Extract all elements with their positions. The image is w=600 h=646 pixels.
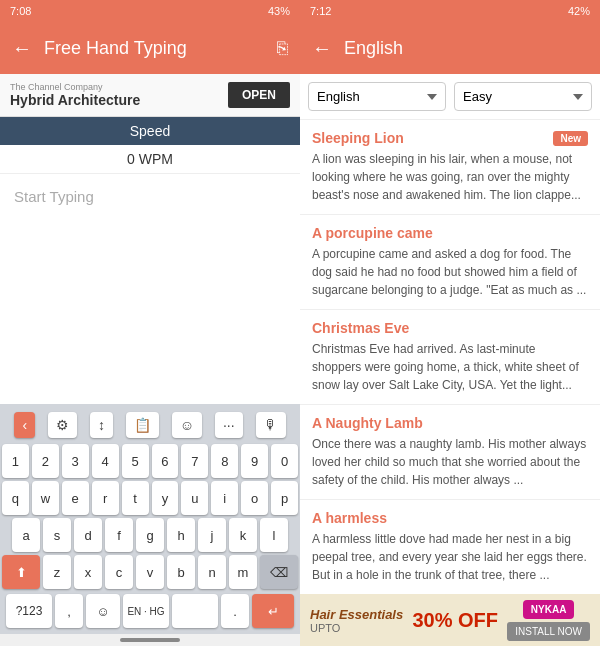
key-p[interactable]: p xyxy=(271,481,298,515)
story-text-3: Christmas Eve had arrived. As last-minut… xyxy=(312,340,588,394)
key-u[interactable]: u xyxy=(181,481,208,515)
page-title-left: Free Hand Typing xyxy=(44,38,277,59)
shift-key[interactable]: ⬆ xyxy=(2,555,40,589)
language-key[interactable]: EN · HG xyxy=(123,594,169,628)
language-filter[interactable]: English xyxy=(308,82,446,111)
key-v[interactable]: v xyxy=(136,555,164,589)
keyboard-icon-row: ‹ ⚙ ↕ 📋 ☺ ··· 🎙 xyxy=(2,408,298,442)
backspace-key[interactable]: ⌫ xyxy=(260,555,298,589)
ad-offer: 30% OFF xyxy=(412,609,498,632)
ad-install-btn[interactable]: INSTALL NOW xyxy=(507,622,590,641)
story-item-harmless[interactable]: A harmless A harmless little dove had ma… xyxy=(300,500,600,594)
key-t[interactable]: t xyxy=(122,481,149,515)
keyboard-more-btn[interactable]: ··· xyxy=(215,412,243,438)
key-y[interactable]: y xyxy=(152,481,179,515)
new-badge-1: New xyxy=(553,131,588,146)
ad-bottom-text: Hair Essentials UPTO xyxy=(310,607,403,634)
top-bar-right: ← English xyxy=(300,22,600,74)
story-text-1: A lion was sleeping in his lair, when a … xyxy=(312,150,588,204)
key-6[interactable]: 6 xyxy=(152,444,179,478)
battery-left: 43% xyxy=(268,5,290,17)
key-7[interactable]: 7 xyxy=(181,444,208,478)
story-title-row-2: A porcupine came xyxy=(312,225,588,241)
key-n[interactable]: n xyxy=(198,555,226,589)
key-h[interactable]: h xyxy=(167,518,195,552)
keyboard: ‹ ⚙ ↕ 📋 ☺ ··· 🎙 1 2 3 4 5 6 7 8 9 0 q w … xyxy=(0,404,300,634)
time-left: 7:08 xyxy=(10,5,31,17)
keyboard-bottom-row: ?123 , ☺ EN · HG . ↵ xyxy=(2,592,298,630)
bottom-ad-banner[interactable]: Hair Essentials UPTO 30% OFF NYKAA INSTA… xyxy=(300,594,600,646)
story-item-porcupine[interactable]: A porcupine came A porcupine came and as… xyxy=(300,215,600,310)
key-8[interactable]: 8 xyxy=(211,444,238,478)
space-key[interactable] xyxy=(172,594,218,628)
keyboard-clipboard-btn[interactable]: 📋 xyxy=(126,412,159,438)
story-item-lamb[interactable]: A Naughty Lamb Once there was a naughty … xyxy=(300,405,600,500)
ad-right-block: NYKAA INSTALL NOW xyxy=(507,600,590,641)
difficulty-filter[interactable]: Easy Medium Hard xyxy=(454,82,592,111)
key-w[interactable]: w xyxy=(32,481,59,515)
story-text-5: A harmless little dove had made her nest… xyxy=(312,530,588,584)
key-s[interactable]: s xyxy=(43,518,71,552)
open-ad-button[interactable]: OPEN xyxy=(228,82,290,108)
battery-right: 42% xyxy=(568,5,590,17)
story-title-3: Christmas Eve xyxy=(312,320,409,336)
key-1[interactable]: 1 xyxy=(2,444,29,478)
story-list: Sleeping Lion New A lion was sleeping in… xyxy=(300,120,600,594)
comma-key[interactable]: , xyxy=(55,594,83,628)
enter-key[interactable]: ↵ xyxy=(252,594,294,628)
key-e[interactable]: e xyxy=(62,481,89,515)
time-right: 7:12 xyxy=(310,5,331,17)
keyboard-mic-btn[interactable]: 🎙 xyxy=(256,412,286,438)
key-z[interactable]: z xyxy=(43,555,71,589)
key-l[interactable]: l xyxy=(260,518,288,552)
story-item-sleeping-lion[interactable]: Sleeping Lion New A lion was sleeping in… xyxy=(300,120,600,215)
key-5[interactable]: 5 xyxy=(122,444,149,478)
key-b[interactable]: b xyxy=(167,555,195,589)
typing-placeholder: Start Typing xyxy=(14,188,94,205)
key-g[interactable]: g xyxy=(136,518,164,552)
key-j[interactable]: j xyxy=(198,518,226,552)
status-bar-right: 7:12 42% xyxy=(300,0,600,22)
story-text-2: A porcupine came and asked a dog for foo… xyxy=(312,245,588,299)
key-r[interactable]: r xyxy=(92,481,119,515)
keyboard-smiley-btn[interactable]: ☺ xyxy=(172,412,202,438)
key-f[interactable]: f xyxy=(105,518,133,552)
period-key[interactable]: . xyxy=(221,594,249,628)
story-title-4: A Naughty Lamb xyxy=(312,415,423,431)
key-x[interactable]: x xyxy=(74,555,102,589)
key-o[interactable]: o xyxy=(241,481,268,515)
key-k[interactable]: k xyxy=(229,518,257,552)
key-9[interactable]: 9 xyxy=(241,444,268,478)
ad-banner: The Channel Company Hybrid Architecture … xyxy=(0,74,300,117)
nav-indicator xyxy=(120,638,180,642)
key-c[interactable]: c xyxy=(105,555,133,589)
typing-area[interactable]: Start Typing xyxy=(0,174,300,404)
emoji-key[interactable]: ☺ xyxy=(86,594,120,628)
key-3[interactable]: 3 xyxy=(62,444,89,478)
keyboard-back-btn[interactable]: ‹ xyxy=(14,412,35,438)
key-q[interactable]: q xyxy=(2,481,29,515)
keyboard-settings-btn[interactable]: ⚙ xyxy=(48,412,77,438)
ad-title: Hybrid Architecture xyxy=(10,92,140,108)
num-switch-key[interactable]: ?123 xyxy=(6,594,52,628)
key-m[interactable]: m xyxy=(229,555,257,589)
back-button-left[interactable]: ← xyxy=(12,37,32,60)
key-i[interactable]: i xyxy=(211,481,238,515)
story-title-row-1: Sleeping Lion New xyxy=(312,130,588,146)
key-2[interactable]: 2 xyxy=(32,444,59,478)
ad-brand: Hair Essentials xyxy=(310,607,403,622)
status-bar-left: 7:08 43% xyxy=(0,0,300,22)
share-icon[interactable]: ⎘ xyxy=(277,38,288,59)
wpm-display: 0 WPM xyxy=(0,145,300,174)
key-a[interactable]: a xyxy=(12,518,40,552)
story-title-row-4: A Naughty Lamb xyxy=(312,415,588,431)
story-item-christmas[interactable]: Christmas Eve Christmas Eve had arrived.… xyxy=(300,310,600,405)
key-4[interactable]: 4 xyxy=(92,444,119,478)
back-button-right[interactable]: ← xyxy=(312,37,332,60)
keyboard-cursor-btn[interactable]: ↕ xyxy=(90,412,113,438)
key-0[interactable]: 0 xyxy=(271,444,298,478)
story-title-5: A harmless xyxy=(312,510,387,526)
left-panel: 7:08 43% ← Free Hand Typing ⎘ The Channe… xyxy=(0,0,300,646)
key-d[interactable]: d xyxy=(74,518,102,552)
story-title-2: A porcupine came xyxy=(312,225,433,241)
